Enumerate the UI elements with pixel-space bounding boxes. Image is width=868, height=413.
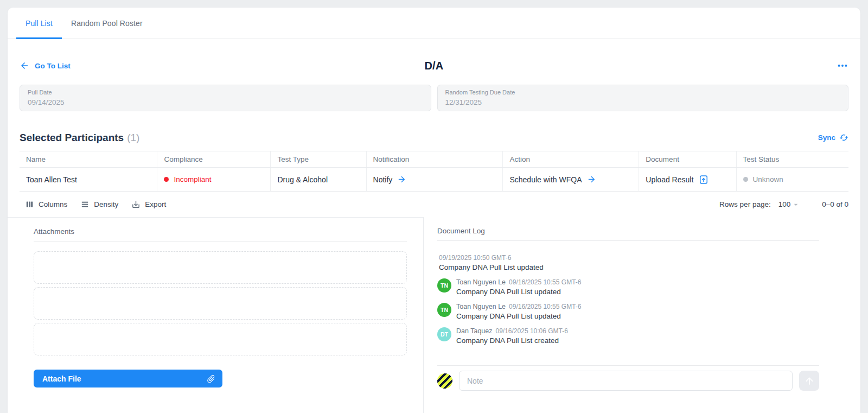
column-header-notification[interactable]: Notification — [366, 151, 503, 168]
main-card: Pull List Random Pool Roster D/A Go To L… — [8, 8, 860, 413]
column-header-test-status[interactable]: Test Status — [736, 151, 848, 168]
cell-document: Upload Result — [639, 168, 736, 192]
notify-action-link[interactable]: Notify — [373, 175, 496, 184]
arrow-up-icon — [804, 376, 815, 386]
caret-down-icon — [792, 200, 800, 209]
selected-participants-header: Selected Participants(1) Sync — [20, 129, 848, 144]
attachments-panel: Attachments Attach File — [8, 217, 423, 413]
download-icon — [131, 200, 141, 209]
column-header-name[interactable]: Name — [20, 151, 157, 168]
page-content: D/A Go To List Pull Date 09/14/2025 Rand… — [8, 59, 860, 413]
avatar: TN — [437, 278, 451, 293]
current-user-avatar — [437, 373, 452, 389]
note-composer — [437, 371, 819, 391]
density-button[interactable]: Density — [80, 200, 118, 209]
log-user: Toan Nguyen Le — [456, 278, 506, 286]
file-upload-icon — [698, 174, 709, 185]
export-button[interactable]: Export — [131, 200, 166, 209]
upload-result-label: Upload Result — [646, 175, 693, 184]
columns-label: Columns — [39, 200, 67, 208]
column-header-compliance[interactable]: Compliance — [157, 151, 271, 168]
log-user: Toan Nguyen Le — [456, 303, 506, 310]
compliance-label: Incompliant — [174, 175, 211, 183]
rows-per-page-value: 100 — [778, 200, 791, 208]
density-icon — [80, 200, 90, 209]
notify-label: Notify — [373, 175, 393, 184]
go-to-list-label: Go To List — [35, 62, 71, 70]
columns-icon — [25, 200, 34, 209]
density-label: Density — [94, 200, 118, 208]
rows-per-page-label: Rows per page: — [719, 200, 771, 208]
sync-icon — [839, 133, 848, 142]
log-timestamp: 09/19/2025 10:50 GMT-6 — [439, 254, 819, 262]
pagination-range: 0–0 of 0 — [822, 200, 848, 208]
more-horizontal-icon — [837, 60, 848, 72]
cell-test-status: Unknown — [736, 168, 848, 192]
log-timestamp: 09/16/2025 10:55 GMT-6 — [509, 278, 581, 286]
participants-table: Name Compliance Test Type Notification A… — [20, 151, 848, 192]
cell-name: Toan Allen Test — [20, 168, 157, 192]
due-date-label: Random Testing Due Date — [445, 89, 841, 96]
incompliant-status-dot — [164, 177, 169, 182]
column-header-document[interactable]: Document — [639, 151, 736, 168]
attachment-slot — [34, 287, 407, 320]
document-log-title: Document Log — [437, 227, 819, 241]
log-entry: TN Toan Nguyen Le09/16/2025 10:55 GMT-6 … — [437, 278, 819, 296]
table-footer: Columns Density Export Rows per page: — [20, 192, 848, 217]
attach-file-button[interactable]: Attach File — [34, 370, 222, 387]
participants-count: (1) — [127, 132, 139, 143]
cell-compliance: Incompliant — [157, 168, 271, 192]
pull-date-value: 09/14/2025 — [28, 98, 423, 106]
send-note-button[interactable] — [799, 371, 819, 391]
columns-button[interactable]: Columns — [25, 200, 67, 209]
attachments-title: Attachments — [34, 227, 407, 242]
note-input[interactable] — [459, 371, 793, 391]
attachment-slot — [34, 251, 407, 284]
column-header-test-type[interactable]: Test Type — [271, 151, 366, 168]
sync-button[interactable]: Sync — [818, 133, 848, 144]
log-message: Company DNA Pull List updated — [456, 288, 581, 296]
selected-participants-label: Selected Participants — [20, 132, 124, 143]
more-menu-button[interactable] — [837, 60, 848, 72]
attach-file-label: Attach File — [42, 374, 81, 383]
tab-bar: Pull List Random Pool Roster — [8, 8, 860, 39]
paperclip-icon — [204, 372, 218, 385]
log-timestamp: 09/16/2025 10:55 GMT-6 — [509, 303, 581, 310]
table-row[interactable]: Toan Allen Test Incompliant Drug & Alcoh… — [20, 168, 848, 192]
date-fields: Pull Date 09/14/2025 Random Testing Due … — [20, 85, 848, 111]
log-timestamp: 09/16/2025 10:06 GMT-6 — [496, 327, 568, 335]
table-header-row: Name Compliance Test Type Notification A… — [20, 151, 848, 168]
schedule-action-link[interactable]: Schedule with WFQA — [509, 175, 632, 184]
schedule-label: Schedule with WFQA — [509, 175, 582, 184]
log-message: Company DNA Pull List updated — [456, 312, 581, 320]
test-status-label: Unknown — [753, 175, 783, 183]
due-date-value: 12/31/2025 — [445, 98, 841, 106]
detail-header: D/A Go To List — [20, 59, 848, 73]
note-divider — [437, 365, 819, 366]
unknown-status-dot — [743, 177, 748, 182]
document-log-panel: Document Log 09/19/2025 10:50 GMT-6 Comp… — [423, 217, 860, 413]
avatar: DT — [437, 327, 451, 341]
log-entry: TN Toan Nguyen Le09/16/2025 10:55 GMT-6 … — [437, 303, 819, 320]
upload-result-link[interactable]: Upload Result — [646, 174, 729, 185]
arrow-right-icon — [587, 175, 596, 184]
page-title: D/A — [20, 60, 848, 72]
rows-per-page-select[interactable]: 100 — [778, 200, 801, 209]
sync-label: Sync — [818, 134, 835, 142]
log-message: Company DNA Pull List created — [456, 336, 568, 345]
log-entry: 09/19/2025 10:50 GMT-6 Company DNA Pull … — [437, 254, 819, 271]
cell-notification: Notify — [366, 168, 503, 192]
go-to-list-link[interactable]: Go To List — [20, 61, 71, 71]
arrow-left-icon — [20, 61, 29, 71]
log-message: Company DNA Pull List updated — [439, 263, 819, 271]
tab-pull-list[interactable]: Pull List — [16, 8, 62, 39]
pull-date-field[interactable]: Pull Date 09/14/2025 — [20, 85, 431, 111]
random-testing-due-date-field[interactable]: Random Testing Due Date 12/31/2025 — [437, 85, 849, 111]
attachment-slot — [34, 323, 407, 355]
pull-date-label: Pull Date — [28, 89, 423, 96]
export-label: Export — [145, 200, 166, 208]
log-entry: DT Dan Taquez09/16/2025 10:06 GMT-6 Comp… — [437, 327, 819, 345]
avatar: TN — [437, 303, 451, 317]
tab-random-pool-roster[interactable]: Random Pool Roster — [62, 8, 152, 39]
column-header-action[interactable]: Action — [503, 151, 639, 168]
